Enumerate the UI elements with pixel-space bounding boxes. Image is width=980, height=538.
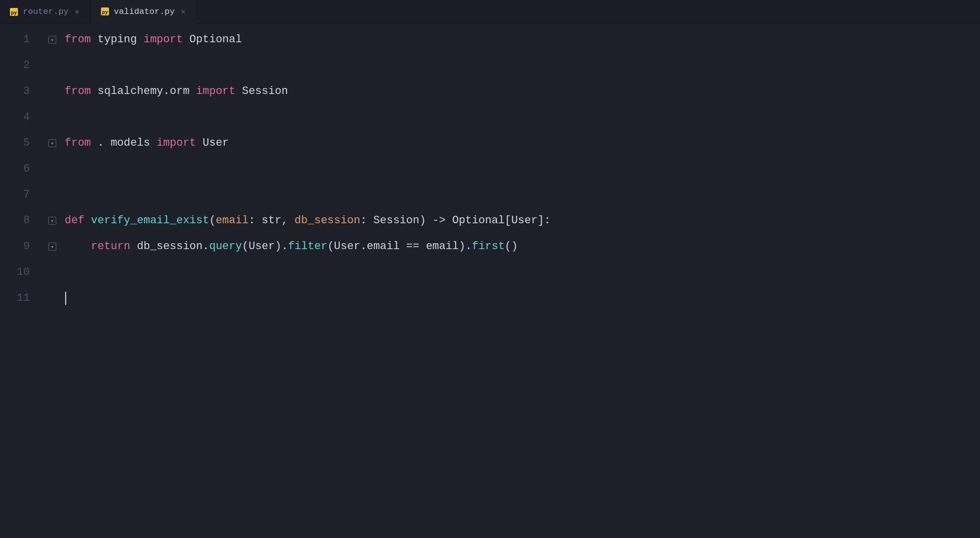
gutter-row-1: ▾: [40, 27, 65, 53]
code-line-5: from . models import User: [65, 130, 980, 156]
line-num-10: 10: [0, 260, 40, 285]
fold-icon-1[interactable]: ▾: [48, 36, 56, 44]
token-1-from: from: [65, 30, 91, 50]
svg-text:py: py: [11, 10, 17, 15]
token-9-first: first: [472, 237, 505, 257]
token-9-filter-args: (User.email == email).: [327, 237, 472, 257]
token-8-def: def: [65, 211, 85, 231]
line-num-1: 1: [0, 27, 40, 53]
gutter-row-10: [40, 260, 65, 285]
fold-icon-5[interactable]: ▾: [48, 139, 56, 147]
token-9-dbsession: db_session.: [130, 237, 209, 257]
line-num-4: 4: [0, 104, 40, 130]
token-8-space: [85, 211, 91, 231]
token-8-email-param: email: [216, 211, 249, 231]
gutter-row-8: ▾: [40, 208, 65, 234]
token-8-funcname: verify_email_exist: [91, 211, 209, 231]
fold-icon-9[interactable]: ▾: [48, 243, 56, 251]
code-line-11: [65, 285, 980, 311]
token-9-user-paren: (User).: [242, 237, 288, 257]
token-9-end-paren: (): [505, 237, 518, 257]
editor-main[interactable]: 1 2 3 4 5 6 7 8 9 10 11 ▾ ▾: [0, 24, 980, 538]
gutter: ▾ ▾ ▾ ▾: [40, 24, 65, 538]
token-8-paren-open: (: [209, 211, 215, 231]
svg-text:py: py: [102, 9, 108, 15]
gutter-row-2: [40, 53, 65, 79]
tab-validator[interactable]: py validator.py ✕: [91, 0, 197, 24]
token-9-query: query: [209, 237, 242, 257]
tab-validator-label: validator.py: [114, 7, 175, 16]
token-1-import: import: [143, 30, 183, 50]
tab-bar: py router.py ✕ py validator.py ✕: [0, 0, 980, 24]
token-8-str: : str,: [249, 211, 294, 231]
line-num-3: 3: [0, 79, 40, 104]
gutter-row-9: ▾: [40, 234, 65, 260]
code-line-7: [65, 182, 980, 208]
gutter-row-5: ▾: [40, 130, 65, 156]
token-5-user: User: [196, 133, 229, 154]
gutter-row-6: [40, 156, 65, 182]
tab-router-label: router.py: [23, 7, 69, 16]
code-area[interactable]: from typing import Optional from sqlalch…: [65, 24, 980, 538]
line-num-7: 7: [0, 182, 40, 208]
token-5-import: import: [157, 133, 196, 154]
line-num-6: 6: [0, 156, 40, 182]
line-num-8: 8: [0, 208, 40, 234]
gutter-row-11: [40, 285, 65, 311]
token-9-return: return: [91, 237, 130, 257]
gutter-row-7: [40, 182, 65, 208]
line-num-11: 11: [0, 285, 40, 311]
code-line-3: from sqlalchemy.orm import Session: [65, 79, 980, 104]
code-line-6: [65, 156, 980, 182]
code-line-1: from typing import Optional: [65, 27, 980, 53]
fold-icon-8[interactable]: ▾: [48, 217, 56, 225]
line-num-5: 5: [0, 130, 40, 156]
token-3-session: Session: [235, 82, 288, 102]
line-numbers: 1 2 3 4 5 6 7 8 9 10 11: [0, 24, 40, 538]
token-1-typing: typing: [91, 30, 144, 50]
token-3-import: import: [196, 82, 235, 102]
tab-validator-close[interactable]: ✕: [179, 7, 188, 16]
token-3-sqlalchemy: sqlalchemy.orm: [91, 82, 196, 102]
router-py-icon: py: [9, 7, 19, 17]
code-line-10: [65, 260, 980, 285]
token-3-from: from: [65, 82, 91, 102]
token-9-filter: filter: [288, 237, 327, 257]
line-num-2: 2: [0, 53, 40, 79]
gutter-row-4: [40, 104, 65, 130]
code-line-9: return db_session.query(User).filter(Use…: [65, 234, 980, 260]
token-1-optional: Optional: [183, 30, 242, 50]
token-8-session-ret: : Session) -> Optional[User]:: [360, 211, 551, 231]
tab-router-close[interactable]: ✕: [73, 7, 82, 16]
tab-router[interactable]: py router.py ✕: [0, 0, 91, 23]
token-8-db-session: db_session: [294, 211, 360, 231]
gutter-row-3: [40, 79, 65, 104]
token-5-dot-models: . models: [91, 133, 157, 154]
validator-py-icon: py: [100, 6, 110, 16]
code-line-2: [65, 53, 980, 79]
code-line-8: def verify_email_exist(email: str, db_se…: [65, 208, 980, 234]
code-line-4: [65, 104, 980, 130]
editor-container: py router.py ✕ py validator.py ✕ 1 2 3 4…: [0, 0, 980, 538]
token-9-indent: [65, 237, 91, 257]
text-cursor: [65, 292, 66, 305]
line-num-9: 9: [0, 234, 40, 260]
token-5-from: from: [65, 133, 91, 154]
